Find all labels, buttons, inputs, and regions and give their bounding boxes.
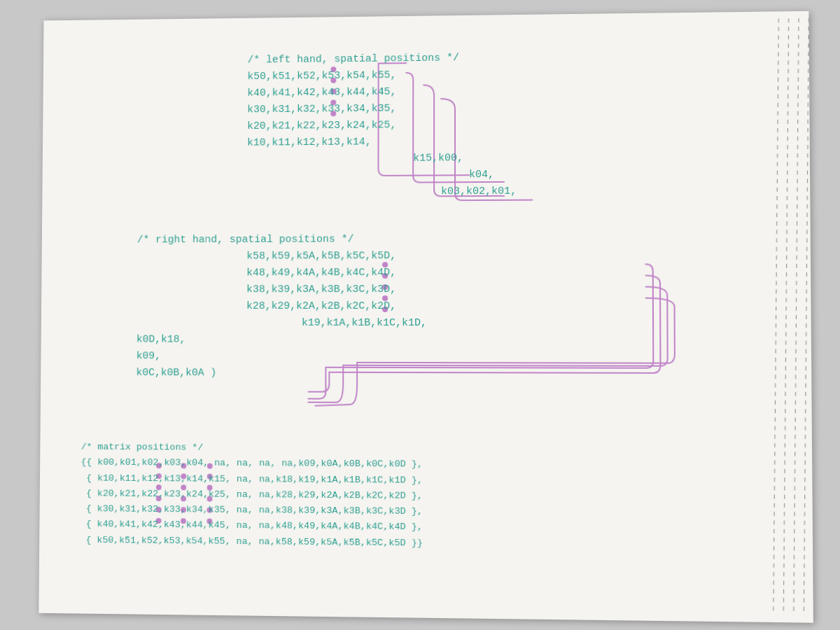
matrix-code: /* matrix positions */ {{ k00,k01,k02,k0… xyxy=(80,440,423,552)
right-hand-row-7: k09, xyxy=(136,348,427,365)
matrix-comment: /* matrix positions */ xyxy=(81,440,423,457)
matrix-row-6: { k50,k51,k52,k53,k54,k55, na, na,k58,k5… xyxy=(80,533,423,552)
page: /* left hand, spatial positions */ k50,k… xyxy=(38,11,813,623)
left-hand-row-8: k03,k02,k01, xyxy=(441,183,517,200)
matrix-row-1: {{ k00,k01,k02,k03,k04, na, na, na, na,k… xyxy=(80,455,423,472)
right-hand-row-6: k0D,k18, xyxy=(136,332,427,349)
svg-line-1 xyxy=(779,18,792,615)
right-hand-row-4: k28,k29,k2A,k2B,k2C,k2D, xyxy=(246,298,427,315)
right-hand-row-5: k19,k1A,k1B,k1C,k1D, xyxy=(302,315,427,332)
left-hand-section: /* left hand, spatial positions */ k50,k… xyxy=(247,50,517,202)
left-hand-row-2: k40,k41,k42,k43,k44,k45, xyxy=(247,83,517,102)
right-hand-row-1: k58,k59,k5A,k5B,k5C,k5D, xyxy=(246,248,427,265)
right-hand-code: /* right hand, spatial positions */ k58,… xyxy=(136,231,427,382)
matrix-section: /* matrix positions */ {{ k00,k01,k02,k0… xyxy=(80,440,423,552)
right-hand-row-8: k0C,k0B,k0A ) xyxy=(136,365,427,382)
left-hand-row-4: k20,k21,k22,k23,k24,k25, xyxy=(247,116,517,135)
left-hand-row-7: k04, xyxy=(469,167,517,183)
svg-line-2 xyxy=(790,18,804,615)
matrix-row-2: { k10,k11,k12,k13,k14,k15, na, na,k18,k1… xyxy=(80,470,423,489)
right-hand-row-2: k48,k49,k4A,k4B,k4C,k4D, xyxy=(246,265,427,281)
right-hand-section: /* right hand, spatial positions */ k58,… xyxy=(136,231,427,382)
svg-line-0 xyxy=(769,18,783,615)
right-hand-row-3: k38,k39,k3A,k3B,k3C,k3D, xyxy=(246,281,427,298)
left-hand-row-3: k30,k31,k32,k33,k34,k35, xyxy=(247,99,517,118)
code-content: /* left hand, spatial positions */ k50,k… xyxy=(80,26,755,608)
right-hand-comment: /* right hand, spatial positions */ xyxy=(137,231,427,248)
left-hand-row-5: k10,k11,k12,k13,k14, xyxy=(247,133,517,152)
left-hand-row-6: k15,k00, xyxy=(413,150,517,167)
left-hand-code: /* left hand, spatial positions */ k50,k… xyxy=(247,50,517,202)
svg-line-3 xyxy=(799,18,813,616)
